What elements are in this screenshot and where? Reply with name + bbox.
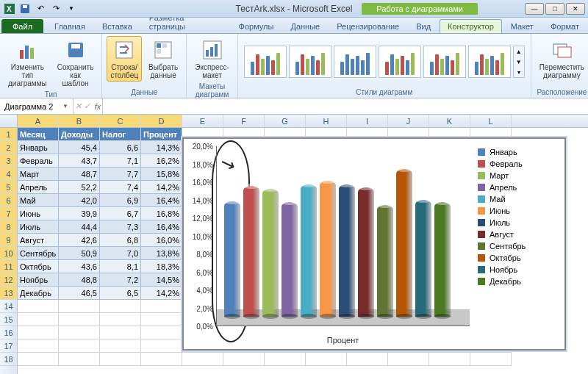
- cell[interactable]: 6,5: [100, 287, 141, 300]
- cell[interactable]: 16,0%: [141, 234, 182, 247]
- tab-home[interactable]: Главная: [46, 19, 93, 33]
- legend-item[interactable]: Октябрь: [478, 253, 559, 262]
- cell[interactable]: [141, 300, 182, 313]
- cell[interactable]: [388, 353, 429, 366]
- legend-item[interactable]: Сентябрь: [478, 242, 559, 251]
- tab-file[interactable]: Файл: [1, 19, 43, 33]
- cell[interactable]: 16,4%: [141, 194, 182, 207]
- legend-item[interactable]: Июль: [478, 218, 559, 227]
- column-header[interactable]: J: [388, 115, 429, 127]
- column-header[interactable]: D: [141, 115, 182, 127]
- undo-icon[interactable]: ↶: [34, 2, 47, 15]
- gallery-nav-btn[interactable]: ▾: [514, 67, 524, 77]
- column-header[interactable]: G: [265, 115, 306, 127]
- row-header[interactable]: 6: [0, 194, 17, 207]
- legend-item[interactable]: Июнь: [478, 206, 559, 215]
- cell[interactable]: 6,9: [100, 194, 141, 207]
- save-icon[interactable]: [18, 2, 32, 15]
- cell[interactable]: [265, 353, 306, 366]
- cell[interactable]: 6,7: [100, 207, 141, 220]
- legend-item[interactable]: Апрель: [478, 183, 559, 192]
- legend-item[interactable]: Февраль: [478, 159, 559, 168]
- select-all-corner[interactable]: [0, 115, 18, 128]
- switch-row-column-button[interactable]: Строка/столбец: [107, 36, 142, 82]
- chart-bar[interactable]: [320, 181, 336, 317]
- cell[interactable]: Сентябрь: [18, 247, 59, 260]
- chart-bar[interactable]: [434, 202, 451, 317]
- legend-item[interactable]: Август: [478, 230, 559, 239]
- fx-button[interactable]: ✕ ✓ fx: [74, 98, 103, 114]
- cell[interactable]: 48,7: [59, 168, 100, 181]
- cell[interactable]: 7,1: [100, 154, 141, 168]
- select-data-button[interactable]: Выбрать данные: [145, 36, 182, 82]
- tab-chart-design[interactable]: Конструктор: [440, 19, 502, 33]
- legend-item[interactable]: Ноябрь: [478, 265, 559, 274]
- legend-item[interactable]: Декабрь: [478, 277, 559, 286]
- cell[interactable]: [223, 353, 265, 366]
- cell[interactable]: Август: [18, 234, 59, 247]
- cell[interactable]: 8,1: [100, 260, 141, 273]
- cell[interactable]: [100, 313, 141, 326]
- chart-legend[interactable]: ЯнварьФевральМартАпрельМайИюньИюльАвгуст…: [478, 148, 559, 289]
- cell[interactable]: 45,4: [59, 141, 100, 154]
- column-header[interactable]: L: [470, 115, 512, 127]
- chart-bar[interactable]: [262, 189, 279, 317]
- cell[interactable]: Налог: [100, 128, 141, 141]
- excel-icon[interactable]: X: [3, 2, 16, 15]
- cell[interactable]: [59, 339, 100, 353]
- cell[interactable]: 7,2: [100, 273, 141, 287]
- row-header[interactable]: 14: [0, 300, 17, 313]
- row-header[interactable]: 1: [0, 128, 17, 141]
- formula-input[interactable]: [103, 98, 588, 114]
- row-header[interactable]: 8: [0, 220, 17, 234]
- row-header[interactable]: 11: [0, 260, 17, 273]
- cell[interactable]: 42,0: [59, 194, 100, 207]
- cell[interactable]: [141, 353, 182, 366]
- cell[interactable]: Июнь: [18, 207, 59, 220]
- cell[interactable]: 16,2%: [141, 154, 182, 168]
- tab-chart-format[interactable]: Формат: [542, 19, 587, 33]
- legend-item[interactable]: Март: [478, 171, 559, 180]
- row-header[interactable]: 2: [0, 141, 17, 154]
- cell[interactable]: [429, 353, 470, 366]
- chart-bar[interactable]: [224, 201, 240, 317]
- column-header[interactable]: K: [429, 115, 470, 127]
- cell[interactable]: 14,2%: [141, 287, 182, 300]
- cell[interactable]: [141, 339, 182, 353]
- gallery-nav-btn[interactable]: ▲: [514, 46, 524, 57]
- save-template-button[interactable]: Сохранить как шаблон: [54, 36, 98, 90]
- chart-bar[interactable]: [301, 184, 317, 317]
- chart-bar[interactable]: [415, 200, 431, 317]
- cell[interactable]: [182, 353, 223, 366]
- cell[interactable]: [59, 300, 100, 313]
- column-header[interactable]: H: [306, 115, 347, 127]
- cell[interactable]: [141, 313, 182, 326]
- column-header[interactable]: I: [347, 115, 388, 127]
- tab-chart-layout[interactable]: Макет: [503, 19, 542, 33]
- legend-item[interactable]: Январь: [478, 148, 559, 157]
- name-box[interactable]: Диаграмма 2 ▼: [0, 98, 74, 114]
- cell[interactable]: [470, 353, 512, 366]
- cell[interactable]: [18, 313, 59, 326]
- row-header[interactable]: 9: [0, 234, 17, 247]
- cell[interactable]: 50,9: [59, 247, 100, 260]
- move-chart-button[interactable]: Переместить диаграмму: [536, 36, 588, 82]
- row-header[interactable]: 16: [0, 326, 17, 339]
- chart-bar[interactable]: [282, 202, 298, 317]
- cell[interactable]: 15,8%: [141, 168, 182, 181]
- row-header[interactable]: 17: [0, 339, 17, 353]
- express-layout-button[interactable]: Экспресс-макет: [191, 36, 233, 82]
- chart-bar[interactable]: [243, 186, 259, 317]
- redo-icon[interactable]: ↷: [49, 2, 62, 15]
- cell[interactable]: [18, 326, 59, 339]
- tab-review[interactable]: Рецензирование: [329, 19, 407, 33]
- chart-style-thumb[interactable]: [379, 46, 421, 78]
- cell[interactable]: Июль: [18, 220, 59, 234]
- cell[interactable]: Январь: [18, 141, 59, 154]
- row-header[interactable]: 4: [0, 168, 17, 181]
- cell[interactable]: 46,5: [59, 287, 100, 300]
- cell[interactable]: Месяц: [18, 128, 59, 141]
- cell[interactable]: [306, 353, 347, 366]
- cell[interactable]: 16,8%: [141, 207, 182, 220]
- tab-formulas[interactable]: Формулы: [231, 19, 282, 33]
